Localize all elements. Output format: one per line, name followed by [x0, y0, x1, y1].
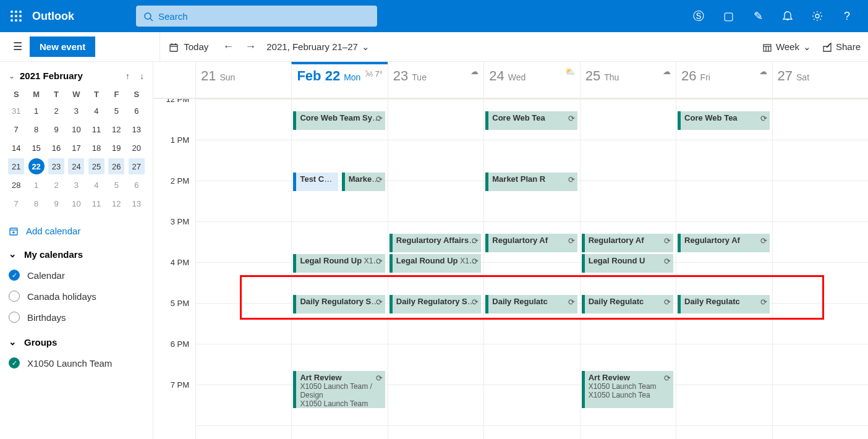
unchecked-icon[interactable]	[9, 312, 20, 323]
my-calendars-header[interactable]: ⌄ My calendars	[9, 249, 144, 260]
mini-day[interactable]: 12	[108, 195, 124, 211]
mini-day[interactable]: 21	[8, 158, 24, 174]
mini-day[interactable]: 3	[68, 103, 84, 119]
mini-day[interactable]: 16	[48, 140, 64, 156]
day-header[interactable]: 24Wed⛅	[483, 62, 579, 98]
mini-day[interactable]: 25	[88, 158, 104, 174]
day-column[interactable]: Regulartory Affairs X105⟳Legal Round Up …	[388, 99, 483, 439]
mini-day[interactable]: 13	[129, 195, 145, 211]
skype-icon[interactable]: Ⓢ	[685, 2, 712, 30]
mini-day[interactable]: 15	[28, 140, 45, 156]
mini-day[interactable]: 23	[48, 158, 64, 174]
calendar-event[interactable]: Daily Regulatc⟳	[678, 295, 769, 313]
hamburger-icon[interactable]: ☰	[7, 40, 27, 53]
calendar-event[interactable]: Core Web Team Sync X1050 L⟳	[293, 111, 385, 130]
day-header[interactable]: 21Sun	[195, 62, 291, 98]
mini-day[interactable]: 17	[68, 140, 84, 156]
prev-week-button[interactable]: ←	[217, 40, 239, 53]
day-column[interactable]: Regulartory Af⟳Legal Round U⟳Daily Regul…	[580, 99, 676, 439]
teams-icon[interactable]: ▢	[715, 2, 742, 30]
calendar-event[interactable]: Regulartory Af⟳	[678, 234, 769, 252]
calendar-event[interactable]: Daily Regulatc⟳	[485, 295, 577, 313]
mini-day[interactable]: 19	[108, 140, 124, 156]
mini-day[interactable]: 4	[88, 103, 104, 119]
app-launcher-icon[interactable]	[0, 0, 32, 32]
calendar-event[interactable]: Core Web Tea⟳	[678, 111, 769, 130]
mini-day[interactable]: 7	[8, 121, 24, 137]
mini-day[interactable]: 20	[129, 140, 145, 156]
mini-day[interactable]: 6	[129, 103, 145, 119]
mini-next-month[interactable]: ↓	[137, 71, 147, 81]
mini-day[interactable]: 11	[88, 195, 104, 211]
date-range-picker[interactable]: 2021, February 21–27 ⌄	[266, 41, 370, 53]
mini-day[interactable]: 26	[108, 158, 124, 174]
unchecked-icon[interactable]	[9, 291, 20, 302]
notes-icon[interactable]: ✎	[744, 2, 772, 30]
help-icon[interactable]: ?	[833, 2, 861, 30]
mini-day[interactable]: 4	[88, 177, 104, 193]
view-switcher[interactable]: Week ⌄	[762, 41, 811, 52]
mini-day[interactable]: 12	[108, 121, 124, 137]
mini-day[interactable]: 9	[48, 195, 64, 211]
calendar-event[interactable]: Legal Round U⟳	[582, 254, 673, 273]
day-header[interactable]: 27Sat	[772, 62, 868, 98]
calendar-event[interactable]: Daily Regulatory Sync-U⟳	[389, 295, 481, 313]
calendar-item[interactable]: Birthdays	[6, 307, 147, 328]
calendar-event[interactable]: Art ReviewX1050 Launch TeamX1050 Launch …	[582, 371, 673, 408]
calendar-event[interactable]: Core Web Tea⟳	[485, 111, 577, 130]
share-button[interactable]: Share	[822, 41, 861, 52]
new-event-button[interactable]: New event	[30, 36, 95, 57]
mini-day[interactable]: 9	[48, 121, 64, 137]
groups-header[interactable]: ⌄ Groups	[9, 336, 144, 347]
mini-day[interactable]: 3	[68, 177, 84, 193]
day-column[interactable]: Core Web Tea⟳Regulartory Af⟳Daily Regula…	[676, 99, 772, 439]
calendar-event[interactable]: Daily Regulatc⟳	[582, 295, 673, 313]
notifications-icon[interactable]	[774, 2, 801, 30]
mini-day[interactable]: 24	[68, 158, 84, 174]
mini-day[interactable]: 8	[28, 121, 45, 137]
mini-day[interactable]: 1	[28, 177, 45, 193]
day-header[interactable]: 25Thu☁	[580, 62, 676, 98]
mini-day[interactable]: 2	[48, 177, 64, 193]
search-box[interactable]	[136, 6, 377, 27]
mini-day[interactable]: 18	[88, 140, 104, 156]
calendar-event[interactable]: Test Calendar	[293, 173, 338, 191]
calendar-event[interactable]: Art ReviewX1050 Launch Team / DesignX105…	[293, 371, 385, 408]
mini-day[interactable]: 14	[8, 140, 24, 156]
mini-day[interactable]: 28	[8, 177, 24, 193]
checked-icon[interactable]: ✓	[9, 357, 20, 369]
mini-day[interactable]: 11	[88, 121, 104, 137]
calendar-event[interactable]: Market Plan⟳	[342, 173, 385, 191]
mini-day[interactable]: 31	[8, 103, 24, 119]
mini-day[interactable]: 8	[28, 195, 45, 211]
calendar-event[interactable]: Daily Regulatory Sync-Up Cc⟳	[293, 295, 385, 313]
day-column[interactable]: Core Web Tea⟳Market Plan R⟳Regulartory A…	[483, 99, 579, 439]
mini-day[interactable]: 7	[8, 195, 24, 211]
day-header[interactable]: 26Fri☁	[676, 62, 772, 98]
mini-day[interactable]: 22	[28, 158, 45, 174]
day-column[interactable]: Core Web Team Sync X1050 L⟳Test Calendar…	[291, 99, 387, 439]
mini-day[interactable]: 10	[68, 121, 84, 137]
chevron-down-icon[interactable]: ⌄	[9, 72, 15, 80]
calendar-item[interactable]: Canada holidays	[6, 286, 147, 307]
calendar-event[interactable]: Market Plan R⟳	[485, 173, 577, 191]
calendar-event[interactable]: Legal Round Up X1050 Launch⟳	[293, 254, 385, 273]
mini-day[interactable]: 10	[68, 195, 84, 211]
mini-day[interactable]: 27	[129, 158, 145, 174]
next-week-button[interactable]: →	[239, 40, 262, 53]
calendar-event[interactable]: Regulartory Affairs X105⟳	[389, 234, 481, 252]
today-button[interactable]: Today	[160, 41, 217, 52]
mini-day[interactable]: 13	[129, 121, 145, 137]
mini-day[interactable]: 5	[108, 177, 124, 193]
settings-icon[interactable]	[804, 2, 831, 30]
calendar-event[interactable]: Regulartory Af⟳	[582, 234, 673, 252]
calendar-item[interactable]: ✓Calendar	[6, 265, 147, 286]
day-header[interactable]: 23Tue☁	[388, 62, 483, 98]
day-column[interactable]	[195, 99, 291, 439]
mini-prev-month[interactable]: ↑	[123, 71, 132, 81]
mini-day[interactable]: 1	[28, 103, 45, 119]
calendar-item[interactable]: ✓X1050 Launch Team	[6, 352, 147, 373]
calendar-event[interactable]: Legal Round Up X1050 L⟳	[389, 254, 481, 273]
mini-day[interactable]: 2	[48, 103, 64, 119]
checked-icon[interactable]: ✓	[9, 270, 20, 281]
